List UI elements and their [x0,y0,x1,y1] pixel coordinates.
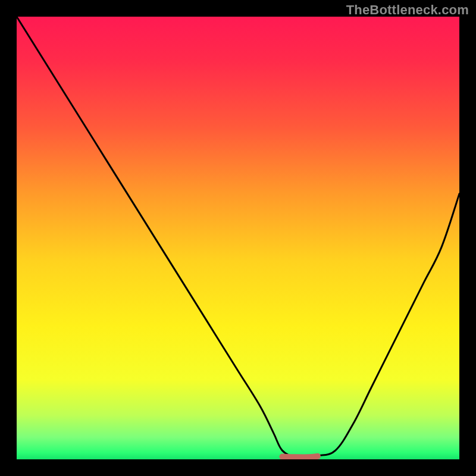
bottleneck-curve [17,17,459,458]
chart-frame: TheBottleneck.com [0,0,476,476]
optimal-flat-segment [282,456,318,458]
plot-area [17,17,459,459]
watermark-text: TheBottleneck.com [346,2,469,18]
curve-layer [17,17,459,459]
